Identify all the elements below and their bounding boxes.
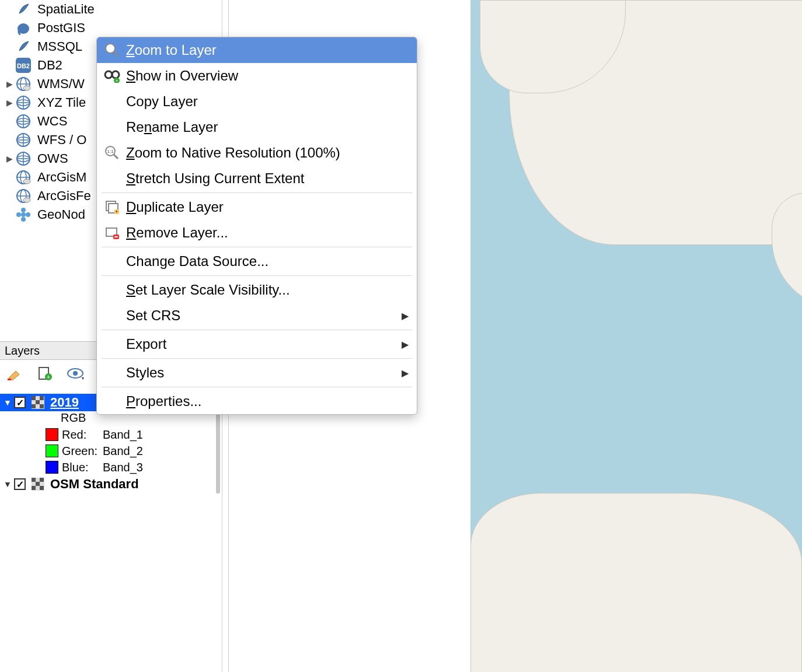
datasource-icon (15, 206, 32, 223)
menu-label: Zoom to Layer (126, 42, 217, 58)
visibility-icon[interactable] (67, 365, 84, 382)
browser-label: GeoNod (37, 207, 85, 222)
submenu-arrow-icon: ▶ (402, 310, 409, 321)
collapse-icon[interactable]: ▼ (4, 398, 14, 407)
band-swatch (46, 461, 58, 474)
datasource-icon (15, 38, 32, 55)
menu-item[interactable]: Change Data Source... (97, 249, 417, 274)
svg-rect-54 (36, 482, 40, 486)
svg-rect-50 (40, 404, 44, 408)
overview-icon: + (103, 66, 121, 85)
svg-point-35 (26, 212, 30, 217)
menu-separator (102, 330, 412, 330)
collapse-icon[interactable]: ▼ (4, 480, 14, 489)
zoom-layer-icon (103, 41, 121, 60)
menu-label: Set CRS (126, 307, 180, 324)
menu-separator (102, 358, 412, 359)
svg-point-6 (23, 86, 30, 90)
browser-item[interactable]: SpatiaLite (6, 0, 222, 19)
svg-rect-48 (36, 400, 40, 404)
expand-icon[interactable]: ▶ (6, 154, 13, 163)
svg-point-26 (23, 179, 30, 184)
band-value: Band_1 (103, 428, 143, 442)
band-value: Band_2 (103, 444, 143, 458)
browser-label: WFS / O (37, 132, 86, 148)
datasource-icon: DB2 (15, 57, 32, 74)
menu-label: Change Data Source... (126, 253, 269, 270)
menu-item[interactable]: Remove Layer... (97, 220, 417, 246)
band-swatch (46, 444, 58, 457)
menu-separator (102, 192, 412, 193)
menu-item[interactable]: Set CRS▶ (97, 303, 417, 328)
layer-context-menu: Zoom to Layer+Show in OverviewCopy Layer… (96, 37, 417, 415)
svg-point-59 (105, 71, 112, 78)
datasource-icon (15, 113, 32, 130)
menu-label: Rename Layer (126, 119, 218, 135)
band-row: Green:Band_2 (0, 443, 221, 459)
menu-label: Stretch Using Current Extent (126, 170, 304, 187)
svg-line-58 (114, 52, 118, 56)
svg-line-65 (114, 155, 118, 159)
zoom-native-icon: 1:1 (103, 144, 121, 162)
menu-separator (102, 387, 412, 387)
menu-item[interactable]: Zoom to Layer (97, 37, 417, 63)
menu-item[interactable]: Stretch Using Current Extent (97, 166, 417, 191)
menu-item[interactable]: Styles▶ (97, 360, 417, 386)
browser-label: ArcGisFe (37, 188, 91, 204)
browser-label: WCS (37, 114, 67, 129)
menu-item[interactable]: Properties... (97, 388, 417, 414)
layer-checkbox[interactable]: ✓ (14, 478, 26, 490)
submenu-arrow-icon: ▶ (402, 368, 409, 379)
svg-point-34 (16, 212, 21, 217)
datasource-icon (15, 169, 32, 186)
band-label: Red: (62, 428, 103, 442)
menu-item[interactable]: 1:1Zoom to Native Resolution (100%) (97, 140, 417, 166)
menu-label: Remove Layer... (126, 225, 228, 241)
svg-point-32 (21, 208, 26, 212)
svg-rect-53 (40, 478, 44, 482)
datasource-icon (15, 76, 32, 92)
menu-label: Zoom to Native Resolution (100%) (126, 145, 340, 161)
style-icon[interactable] (6, 365, 23, 382)
datasource-icon (15, 188, 32, 204)
raster-icon (32, 478, 44, 491)
layer-name: 2019 (50, 395, 79, 410)
browser-label: OWS (37, 151, 68, 166)
svg-rect-52 (32, 478, 36, 482)
band-swatch (46, 428, 58, 441)
browser-item[interactable]: PostGIS (6, 19, 222, 37)
menu-item[interactable]: Rename Layer (97, 114, 417, 140)
menu-label: Export (126, 336, 166, 352)
land-south (470, 493, 802, 672)
datasource-icon (15, 94, 32, 111)
menu-item[interactable]: Copy Layer (97, 89, 417, 114)
svg-marker-43 (82, 377, 84, 380)
browser-label: WMS/W (37, 76, 85, 92)
svg-rect-49 (32, 404, 36, 408)
menu-label: Properties... (126, 393, 201, 410)
menu-item[interactable]: +Show in Overview (97, 63, 417, 89)
raster-icon (32, 396, 44, 409)
svg-rect-47 (40, 396, 44, 400)
menu-label: Set Layer Scale Visibility... (126, 282, 290, 298)
menu-label: Styles (126, 365, 164, 381)
layer-checkbox[interactable]: ✓ (14, 397, 26, 408)
datasource-icon (15, 1, 32, 18)
layer-row[interactable]: ▼ ✓ OSM Standard (0, 475, 221, 493)
menu-item[interactable]: Set Layer Scale Visibility... (97, 277, 417, 303)
menu-label: Copy Layer (126, 93, 198, 110)
svg-point-57 (106, 44, 115, 53)
svg-text:+: + (47, 374, 50, 380)
menu-label: Show in Overview (126, 68, 238, 84)
menu-item[interactable]: Export▶ (97, 331, 417, 357)
menu-item[interactable]: +Duplicate Layer (97, 194, 417, 220)
menu-separator (102, 247, 412, 247)
expand-icon[interactable]: ▶ (6, 79, 13, 89)
svg-rect-56 (40, 486, 44, 490)
add-group-icon[interactable]: + (36, 365, 54, 382)
expand-icon[interactable]: ▶ (6, 98, 13, 107)
browser-label: SpatiaLite (37, 2, 95, 17)
svg-point-60 (112, 71, 119, 78)
browser-label: XYZ Tile (37, 95, 86, 110)
submenu-arrow-icon: ▶ (402, 339, 409, 350)
